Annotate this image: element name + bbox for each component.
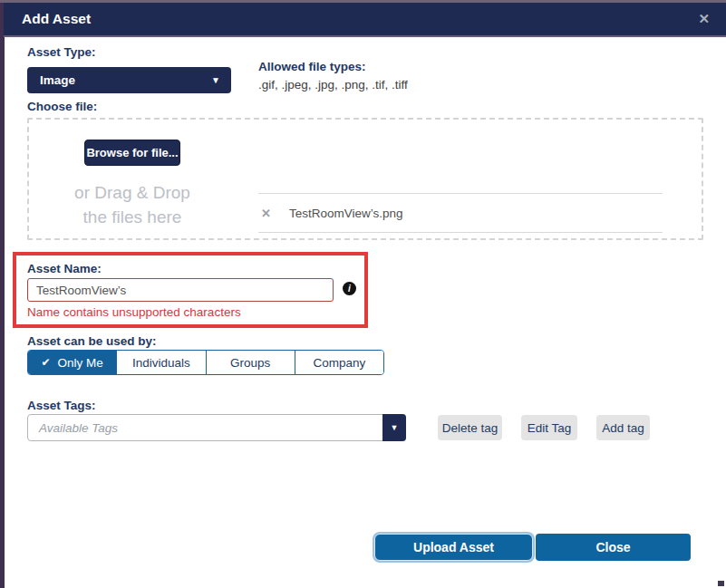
asset-name-input[interactable] xyxy=(27,278,334,302)
used-by-option-individuals[interactable]: Individuals xyxy=(116,351,205,374)
asset-name-label: Asset Name: xyxy=(27,262,102,275)
edit-tag-button[interactable]: Edit Tag xyxy=(521,415,577,440)
page-backdrop-corner xyxy=(718,581,724,586)
uploaded-file-name: TestRoomView’s.png xyxy=(289,207,403,220)
add-tag-button[interactable]: Add tag xyxy=(596,415,650,440)
delete-tag-button[interactable]: Delete tag xyxy=(438,415,502,440)
asset-tags-placeholder: Available Tags xyxy=(39,421,118,435)
upload-asset-button[interactable]: Upload Asset xyxy=(374,534,533,561)
used-by-option-label: Only Me xyxy=(58,356,103,370)
browse-for-file-button[interactable]: Browse for file... xyxy=(84,140,180,166)
info-icon[interactable]: i xyxy=(343,282,356,295)
asset-type-dropdown[interactable]: Image ▼ xyxy=(27,67,231,93)
chevron-down-icon[interactable]: ▼ xyxy=(382,414,406,441)
drag-drop-hint-line1: or Drag & Drop xyxy=(50,183,215,203)
drag-drop-hint-line2: the files here xyxy=(50,207,215,227)
close-icon[interactable]: ✕ xyxy=(698,11,710,27)
check-icon: ✔ xyxy=(41,356,50,369)
asset-type-selected-value: Image xyxy=(40,73,75,87)
used-by-option-company[interactable]: Company xyxy=(295,351,383,374)
asset-tags-select[interactable]: Available Tags ▼ xyxy=(27,414,406,441)
asset-type-label: Asset Type: xyxy=(27,45,96,59)
uploaded-file-row: ✕ TestRoomView’s.png xyxy=(258,193,663,233)
used-by-option-label: Groups xyxy=(230,356,270,370)
used-by-segmented-control: ✔ Only Me Individuals Groups Company xyxy=(27,350,384,375)
page-backdrop-left xyxy=(0,3,5,588)
chevron-down-icon: ▼ xyxy=(211,75,220,85)
modal-header: Add Asset ✕ xyxy=(4,3,726,37)
allowed-file-types-label: Allowed file types: xyxy=(258,60,366,73)
used-by-option-groups[interactable]: Groups xyxy=(206,351,295,374)
used-by-option-label: Company xyxy=(313,356,365,370)
choose-file-label: Choose file: xyxy=(27,100,97,113)
allowed-file-types-value: .gif, .jpeg, .jpg, .png, .tif, .tiff xyxy=(258,78,408,92)
add-asset-modal: Add Asset ✕ Asset Type: Image ▼ Allowed … xyxy=(0,0,726,588)
asset-name-error-message: Name contains unsupported characters xyxy=(27,305,241,319)
close-button[interactable]: Close xyxy=(536,534,691,561)
used-by-option-only-me[interactable]: ✔ Only Me xyxy=(28,351,116,374)
remove-file-icon[interactable]: ✕ xyxy=(261,207,271,220)
asset-used-by-label: Asset can be used by: xyxy=(27,334,157,348)
used-by-option-label: Individuals xyxy=(132,356,190,370)
asset-tags-label: Asset Tags: xyxy=(27,399,96,412)
modal-title: Add Asset xyxy=(22,11,91,27)
